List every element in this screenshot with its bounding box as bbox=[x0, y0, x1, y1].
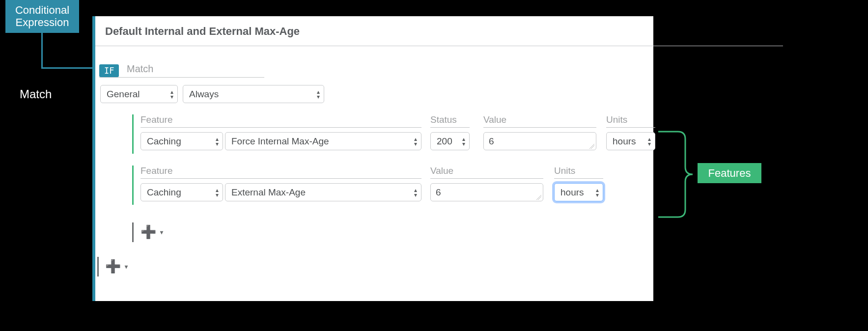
features-bracket bbox=[658, 130, 693, 219]
feature2-value-input[interactable]: 6 bbox=[430, 183, 543, 201]
feature2-label-underline-a bbox=[140, 178, 421, 179]
annotation-features: Features bbox=[698, 163, 761, 183]
plus-icon: ➕ bbox=[140, 224, 156, 240]
resize-grip-icon bbox=[589, 144, 594, 149]
match-header-underline bbox=[99, 77, 264, 78]
feature2-feature-label: Feature bbox=[140, 166, 172, 176]
caret-down-icon: ▾ bbox=[160, 229, 163, 236]
title-divider bbox=[95, 46, 783, 46]
feature1-value-text: 6 bbox=[489, 136, 494, 147]
feature1-label-underline-d bbox=[606, 127, 655, 128]
annotation-match-text: Match bbox=[20, 87, 52, 101]
feature2-category-select[interactable]: Caching bbox=[140, 183, 223, 201]
feature1-name-select[interactable]: Force Internal Max-Age bbox=[225, 132, 421, 150]
feature-row-2-indicator bbox=[132, 166, 134, 205]
background-right bbox=[745, 0, 868, 331]
feature1-name-value: Force Internal Max-Age bbox=[231, 136, 329, 147]
add-condition-button[interactable]: ➕ ▾ bbox=[105, 259, 128, 274]
leader-line-conditional-h bbox=[41, 67, 94, 69]
feature2-value-text: 6 bbox=[436, 187, 441, 198]
feature1-value-input[interactable]: 6 bbox=[483, 132, 596, 150]
feature1-label-underline-c bbox=[483, 127, 596, 128]
feature1-feature-label: Feature bbox=[140, 114, 421, 125]
feature1-status-value: 200 bbox=[437, 136, 452, 147]
if-badge: IF bbox=[99, 64, 119, 77]
match-condition-value: Always bbox=[189, 89, 219, 100]
feature2-label-underline-c bbox=[554, 178, 603, 179]
annotation-features-text: Features bbox=[708, 167, 751, 179]
feature1-units-value: hours bbox=[613, 136, 636, 147]
add-rule-indicator-bar bbox=[97, 257, 99, 276]
rule-editor-panel: Default Internal and External Max-Age IF… bbox=[92, 16, 653, 301]
feature2-units-select[interactable]: hours bbox=[554, 183, 603, 201]
feature2-units-value: hours bbox=[560, 187, 584, 198]
annotation-match: Match bbox=[20, 87, 52, 101]
feature1-status-select[interactable]: 200 bbox=[430, 132, 470, 150]
chevron-updown-icon bbox=[170, 89, 173, 100]
chevron-updown-icon bbox=[216, 187, 219, 198]
background-left bbox=[0, 0, 98, 331]
feature-row-1-indicator bbox=[132, 114, 134, 154]
match-category-value: General bbox=[107, 89, 140, 100]
leader-line-conditional-v bbox=[41, 29, 43, 69]
feature1-units-label: Units bbox=[606, 114, 627, 125]
feature2-units-label: Units bbox=[554, 166, 575, 176]
leader-line-match bbox=[59, 94, 88, 95]
caret-down-icon: ▾ bbox=[125, 263, 128, 270]
chevron-updown-icon bbox=[414, 136, 417, 147]
feature2-label-underline-b bbox=[430, 178, 543, 179]
match-header-label: Match bbox=[127, 63, 153, 75]
feature1-units-select[interactable]: hours bbox=[606, 132, 655, 150]
feature1-status-label: Status bbox=[430, 114, 457, 125]
chevron-updown-icon bbox=[317, 89, 320, 100]
feature1-label-underline-b bbox=[430, 127, 470, 128]
resize-grip-icon bbox=[536, 195, 541, 200]
feature1-label-underline-a bbox=[140, 127, 421, 128]
chevron-updown-icon bbox=[414, 187, 417, 198]
chevron-updown-icon bbox=[216, 136, 219, 147]
plus-icon: ➕ bbox=[105, 259, 121, 274]
feature2-category-value: Caching bbox=[147, 187, 181, 198]
match-condition-select[interactable]: Always bbox=[183, 85, 324, 103]
feature1-category-value: Caching bbox=[147, 136, 181, 147]
feature2-name-select[interactable]: External Max-Age bbox=[225, 183, 421, 201]
annotation-conditional-expression: Conditional Expression bbox=[5, 0, 79, 33]
page-title: Default Internal and External Max-Age bbox=[105, 25, 300, 38]
match-category-select[interactable]: General bbox=[100, 85, 178, 103]
add-feature-indicator-bar bbox=[132, 222, 134, 242]
feature2-value-label: Value bbox=[430, 166, 453, 176]
feature1-value-label: Value bbox=[483, 114, 506, 125]
feature1-category-select[interactable]: Caching bbox=[140, 132, 223, 150]
chevron-updown-icon bbox=[462, 136, 465, 147]
annotation-conditional-expression-text: Conditional Expression bbox=[15, 4, 69, 28]
chevron-updown-icon bbox=[596, 187, 599, 198]
add-feature-button[interactable]: ➕ ▾ bbox=[140, 224, 163, 240]
chevron-updown-icon bbox=[648, 136, 651, 147]
feature2-name-value: External Max-Age bbox=[231, 187, 306, 198]
